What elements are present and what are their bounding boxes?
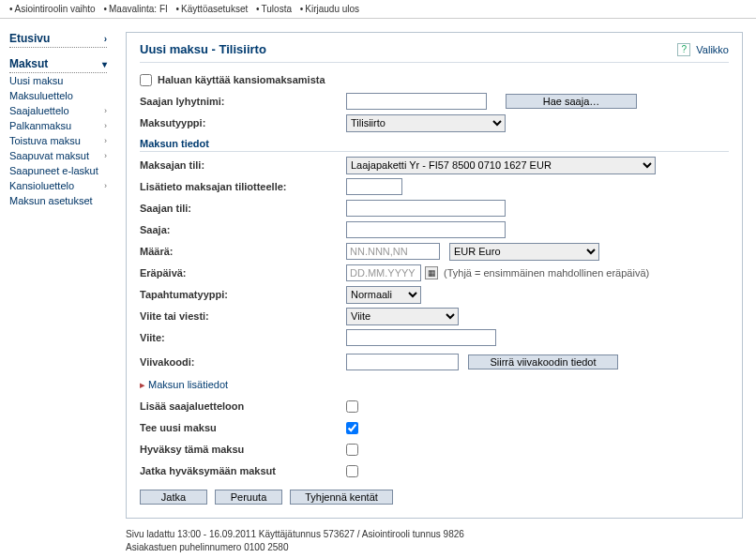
due-date-hint: (Tyhjä = ensimmäinen mahdollinen eräpäiv… bbox=[444, 267, 649, 279]
footer-info: Sivu ladattu 13:00 - 16.09.2011 Käyttäjä… bbox=[126, 528, 743, 554]
payee-name-input[interactable] bbox=[346, 221, 506, 238]
create-new-payment-label: Tee uusi maksu bbox=[140, 422, 346, 433]
payment-type-label: Maksutyyppi: bbox=[140, 117, 346, 128]
reference-or-message-select[interactable]: Viite bbox=[346, 308, 459, 325]
panel-menu[interactable]: ? Valikko bbox=[677, 43, 729, 56]
transaction-type-label: Tapahtumatyyppi: bbox=[140, 289, 346, 300]
reference-or-message-label: Viite tai viesti: bbox=[140, 310, 346, 322]
topbar-link[interactable]: Maavalinta: FI bbox=[103, 4, 167, 14]
sidebar-item[interactable]: Saapuvat maksut› bbox=[9, 148, 107, 163]
fetch-payee-button[interactable]: Hae saaja… bbox=[506, 94, 637, 109]
sidebar-item[interactable]: Saajaluettelo› bbox=[9, 103, 107, 118]
calendar-icon[interactable]: ▦ bbox=[425, 266, 438, 279]
topbar: Asiointiroolin vaihto Maavalinta: FI Käy… bbox=[0, 0, 756, 19]
payer-statement-info-input[interactable] bbox=[346, 178, 402, 195]
chevron-down-icon: ▾ bbox=[102, 59, 107, 69]
payer-account-label: Maksajan tili: bbox=[140, 159, 346, 171]
add-to-payee-list-label: Lisää saajaluetteloon bbox=[140, 400, 346, 412]
footer-line2: Asiakastuen puhelinnumero 0100 2580 bbox=[126, 541, 743, 554]
clear-fields-button[interactable]: Tyhjennä kentät bbox=[290, 490, 393, 505]
payment-type-select[interactable]: Tilisiirto bbox=[346, 114, 506, 132]
chevron-right-icon: › bbox=[104, 106, 107, 115]
continue-approve-checkbox[interactable] bbox=[346, 465, 358, 477]
sidebar-section-label: Maksut bbox=[9, 57, 48, 70]
sidebar-item-label: Saapuvat maksut bbox=[9, 150, 89, 161]
sidebar-item[interactable]: Kansioluettelo› bbox=[9, 178, 107, 193]
sidebar-item[interactable]: Palkanmaksu› bbox=[9, 118, 107, 133]
sidebar-item[interactable]: Maksun asetukset bbox=[9, 193, 107, 208]
sidebar-item[interactable]: Maksuluettelo bbox=[9, 88, 107, 103]
approve-this-payment-label: Hyväksy tämä maksu bbox=[140, 444, 346, 455]
chevron-right-icon: › bbox=[104, 151, 107, 160]
continue-button[interactable]: Jatka bbox=[140, 490, 207, 505]
sidebar-section-etusivu[interactable]: Etusivu › bbox=[9, 30, 107, 48]
amount-input[interactable] bbox=[346, 243, 440, 260]
sidebar-item-label: Toistuva maksu bbox=[9, 135, 81, 146]
transfer-barcode-button[interactable]: Siirrä viivakoodin tiedot bbox=[468, 354, 618, 369]
topbar-link[interactable]: Asiointiroolin vaihto bbox=[9, 4, 96, 14]
barcode-input[interactable] bbox=[346, 354, 459, 370]
payee-account-label: Saajan tili: bbox=[140, 203, 346, 214]
chevron-right-icon: › bbox=[104, 34, 107, 44]
sidebar-item-label: Saapuneet e-laskut bbox=[9, 165, 98, 176]
sidebar-item-label: Maksun asetukset bbox=[9, 195, 93, 206]
currency-select[interactable]: EUR Euro bbox=[449, 243, 599, 261]
sidebar: Etusivu › Maksut ▾ Uusi maksuMaksuluette… bbox=[0, 19, 113, 558]
topbar-link[interactable]: Tulosta bbox=[256, 4, 292, 14]
sidebar-section-maksut[interactable]: Maksut ▾ bbox=[9, 55, 107, 73]
payment-extra-info-toggle[interactable]: Maksun lisätiedot bbox=[140, 379, 729, 391]
reference-input[interactable] bbox=[346, 329, 496, 346]
sidebar-item-label: Uusi maksu bbox=[9, 75, 63, 86]
topbar-link[interactable]: Käyttöasetukset bbox=[176, 4, 249, 14]
payee-account-input[interactable] bbox=[346, 200, 506, 217]
add-to-payee-list-checkbox[interactable] bbox=[346, 400, 358, 413]
cancel-button[interactable]: Peruuta bbox=[215, 490, 282, 505]
sidebar-item-label: Palkanmaksu bbox=[9, 120, 71, 131]
payer-account-select[interactable]: Laajapaketti Yr - FI57 8500 0710 1627 EU… bbox=[346, 157, 656, 174]
due-date-input[interactable] bbox=[346, 264, 421, 281]
sidebar-item-label: Maksuluettelo bbox=[9, 90, 73, 101]
sidebar-section-label: Etusivu bbox=[9, 32, 50, 45]
help-icon[interactable]: ? bbox=[677, 43, 690, 56]
payee-name-label: Saaja: bbox=[140, 224, 346, 235]
chevron-right-icon: › bbox=[104, 121, 107, 130]
sidebar-item[interactable]: Saapuneet e-laskut bbox=[9, 163, 107, 178]
panel-menu-label: Valikko bbox=[696, 44, 729, 55]
chevron-right-icon: › bbox=[104, 181, 107, 190]
payee-shortname-input[interactable] bbox=[346, 93, 487, 110]
chevron-right-icon: › bbox=[104, 136, 107, 145]
create-new-payment-checkbox[interactable] bbox=[346, 422, 358, 434]
transaction-type-select[interactable]: Normaali bbox=[346, 286, 421, 304]
amount-label: Määrä: bbox=[140, 246, 346, 257]
payee-shortname-label: Saajan lyhytnimi: bbox=[140, 96, 346, 107]
footer-line1: Sivu ladattu 13:00 - 16.09.2011 Käyttäjä… bbox=[126, 528, 743, 541]
use-folder-checkbox[interactable] bbox=[140, 74, 152, 86]
use-folder-label: Haluan käyttää kansiomaksamista bbox=[158, 74, 325, 85]
payment-details-title: Maksun tiedot bbox=[140, 138, 729, 152]
sidebar-item[interactable]: Toistuva maksu› bbox=[9, 133, 107, 148]
continue-approve-label: Jatka hyväksymään maksut bbox=[140, 465, 346, 476]
reference-label: Viite: bbox=[140, 332, 346, 343]
due-date-label: Eräpäivä: bbox=[140, 267, 346, 279]
sidebar-item-label: Saajaluettelo bbox=[9, 105, 69, 116]
page-title: Uusi maksu - Tilisiirto bbox=[140, 42, 266, 56]
barcode-label: Viivakoodi: bbox=[140, 356, 346, 368]
sidebar-item-label: Kansioluettelo bbox=[9, 180, 74, 191]
approve-this-payment-checkbox[interactable] bbox=[346, 444, 358, 456]
sidebar-item[interactable]: Uusi maksu bbox=[9, 73, 107, 88]
form-panel: Uusi maksu - Tilisiirto ? Valikko Haluan… bbox=[126, 32, 743, 519]
topbar-link[interactable]: Kirjaudu ulos bbox=[300, 4, 359, 14]
payer-statement-info-label: Lisätieto maksajan tiliotteelle: bbox=[140, 181, 346, 192]
